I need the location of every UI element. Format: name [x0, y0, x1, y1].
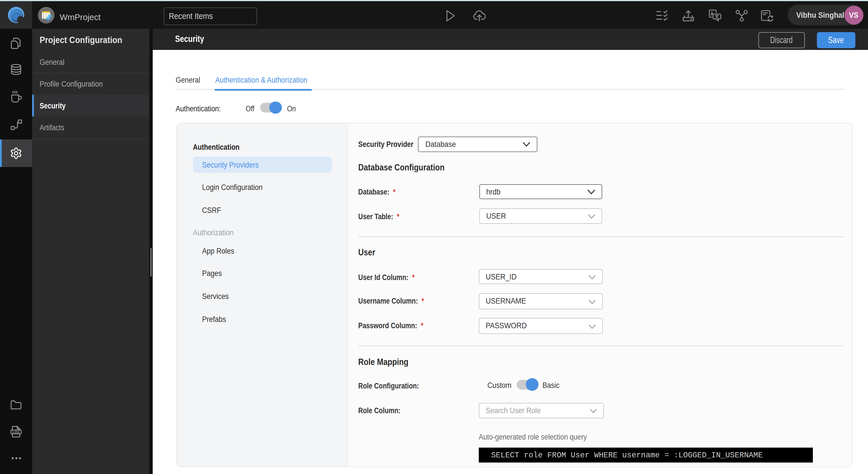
- svg-text:LOG: LOG: [12, 430, 20, 434]
